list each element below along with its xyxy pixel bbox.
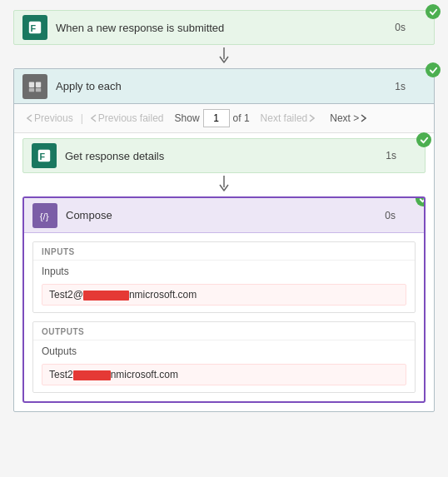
get-response-header[interactable]: F Get response details 1s (22, 138, 426, 173)
apply-each-icon (22, 74, 47, 99)
apply-each-header[interactable]: Apply to each 1s (14, 69, 434, 104)
next-button[interactable]: Next > (327, 112, 369, 125)
inputs-section-label: INPUTS (33, 242, 415, 261)
inputs-value-prefix: Test2@ (49, 289, 83, 301)
svg-rect-6 (36, 87, 41, 92)
svg-text:{/}: {/} (40, 210, 49, 221)
compose-icon: {/} (32, 203, 57, 228)
outputs-field-label: Outputs (33, 340, 415, 360)
inputs-field-label: Inputs (33, 261, 415, 281)
svg-text:F: F (40, 152, 46, 161)
next-failed-button[interactable]: Next failed (258, 112, 318, 125)
outputs-value-suffix: nmicrosoft.com (111, 369, 178, 380)
svg-rect-4 (36, 82, 41, 87)
inputs-value-suffix: nmicrosoft.com (129, 289, 197, 301)
trigger-header[interactable]: F When a new response is submitted 0s (13, 10, 435, 45)
outputs-value-prefix: Test2 (49, 369, 73, 380)
compose-expanded: {/} Compose 0s INPUTS Inputs (22, 196, 426, 403)
show-label: Show (175, 112, 200, 124)
get-response-step: F Get response details 1s (22, 138, 426, 173)
previous-failed-button[interactable]: Previous failed (88, 112, 167, 125)
outputs-redact (73, 370, 111, 380)
forms-icon: F (22, 15, 47, 40)
inputs-section: INPUTS Inputs Test2@nmicrosoft.com (32, 241, 416, 313)
svg-rect-3 (29, 82, 34, 87)
inner-steps: F Get response details 1s (14, 133, 434, 411)
apply-each-duration: 1s (395, 81, 406, 92)
trigger-check-badge (426, 4, 441, 19)
apply-each-check-badge (426, 62, 441, 77)
svg-rect-5 (29, 87, 34, 92)
main-container: F When a new response is submitted 0s (0, 0, 448, 429)
outputs-value-box: Test2nmicrosoft.com (42, 364, 406, 385)
get-response-title: Get response details (65, 150, 386, 162)
get-response-duration: 1s (386, 150, 396, 161)
inputs-value-box: Test2@nmicrosoft.com (42, 284, 406, 306)
apply-each-container: Apply to each 1s Previous | Previous fai… (13, 68, 435, 412)
arrow-2 (22, 173, 426, 196)
trigger-title: When a new response is submitted (56, 22, 395, 34)
compose-duration: 0s (385, 210, 396, 221)
trigger-step: F When a new response is submitted 0s (13, 10, 435, 45)
trigger-duration: 0s (395, 22, 406, 33)
arrow-1 (13, 45, 435, 68)
svg-text:F: F (31, 23, 37, 33)
get-response-check-badge (416, 132, 431, 147)
of-label: of 1 (233, 112, 250, 124)
compose-header[interactable]: {/} Compose 0s (24, 198, 424, 233)
compose-check-badge (416, 196, 426, 206)
outputs-section: OUTPUTS Outputs Test2nmicrosoft.com (32, 321, 416, 393)
pagination-bar: Previous | Previous failed Show of 1 Nex… (14, 104, 434, 133)
previous-button[interactable]: Previous (24, 112, 76, 125)
inputs-redact (83, 291, 129, 301)
page-input[interactable] (203, 109, 230, 127)
compose-title: Compose (66, 209, 385, 221)
outputs-section-label: OUTPUTS (33, 322, 415, 340)
get-response-icon: F (32, 143, 57, 168)
apply-each-title: Apply to each (56, 80, 395, 92)
